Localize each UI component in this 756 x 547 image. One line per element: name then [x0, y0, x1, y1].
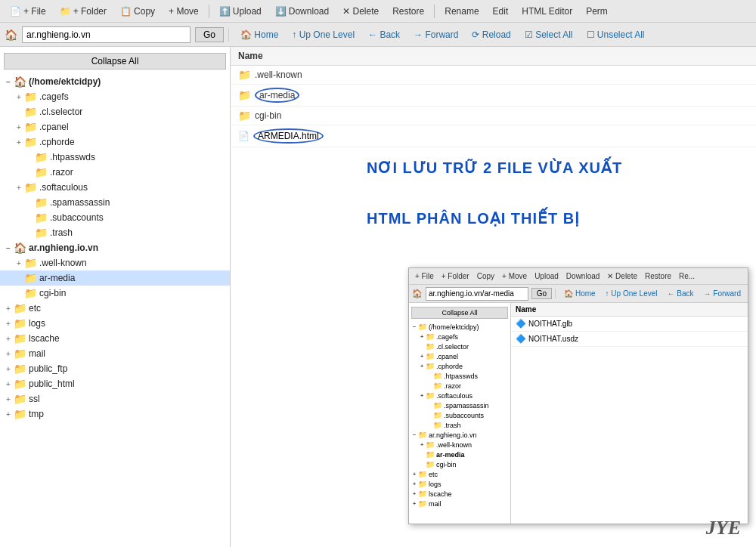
file-name: ar-media: [255, 88, 299, 103]
sidebar-tree-item[interactable]: +📁tmp: [0, 406, 230, 422]
edit-button[interactable]: Edit: [488, 5, 514, 18]
embed-file-cell: 🔷NOITHAT.usdz: [511, 332, 748, 347]
folder-icon: 📁: [24, 136, 37, 148]
tree-toggle[interactable]: +: [3, 380, 14, 388]
sidebar-tree-item[interactable]: 📁.razor: [0, 165, 230, 180]
tree-toggle[interactable]: −: [3, 244, 14, 252]
file-button[interactable]: 📄 + File: [5, 5, 51, 18]
folder-icon: 📁: [14, 363, 26, 375]
delete-button[interactable]: ✕ Delete: [337, 5, 384, 18]
move-button[interactable]: + Move: [163, 5, 204, 18]
sidebar-tree-item[interactable]: +📁public_ftp: [0, 361, 230, 376]
tree-toggle[interactable]: +: [14, 93, 24, 101]
file-row[interactable]: 📁.well-known: [231, 66, 756, 85]
folder-icon: 📁: [24, 287, 37, 299]
embed-folder-icon: 📁: [418, 480, 427, 488]
embed-addressbar: 🏠 Go 🏠 Home ↑ Up One Level ← Back → Forw…: [409, 285, 748, 303]
embed-tree-item: +📁lscache: [409, 489, 510, 499]
reload-button[interactable]: ⟳ Reload: [466, 28, 516, 42]
sidebar-tree-item[interactable]: +📁.well-known: [0, 255, 230, 270]
embed-tree-toggle: +: [418, 333, 426, 340]
main-area: Collapse All −🏠(/home/ektcidpy)+📁.cagefs…: [0, 47, 756, 547]
sidebar-tree-item[interactable]: +📁logs: [0, 316, 230, 331]
embed-tree-item: +📁etc: [409, 469, 510, 479]
tree-toggle[interactable]: +: [3, 335, 14, 343]
folder-icon: 📁: [14, 332, 26, 345]
embed-tree-toggle: +: [411, 490, 418, 497]
tree-toggle[interactable]: +: [14, 184, 24, 192]
sidebar-tree-item[interactable]: +📁.softaculous: [0, 180, 230, 195]
sidebar-tree-item[interactable]: +📁mail: [0, 346, 230, 361]
sidebar-tree-item[interactable]: −🏠ar.nghieng.io.vn: [0, 240, 230, 255]
home-nav-button[interactable]: 🏠 Home: [235, 28, 284, 42]
tree-item-label: .subaccounts: [50, 212, 104, 223]
tree-toggle[interactable]: +: [3, 304, 14, 313]
sidebar-tree-item[interactable]: 📁cgi-bin: [0, 286, 230, 301]
tree-toggle[interactable]: +: [14, 123, 24, 131]
folder-button[interactable]: 📁 + Folder: [54, 5, 112, 18]
address-input[interactable]: [22, 26, 191, 43]
embed-folder-icon: 📁: [426, 391, 435, 400]
tree-item-label: .trash: [50, 227, 73, 238]
annotation-1: NƠI LƯU TRỮ 2 FILE VỪA XUẤT: [367, 159, 622, 177]
sidebar-tree-item[interactable]: 📁.subaccounts: [0, 210, 230, 225]
sidebar-tree-item[interactable]: 📁.htpasswds: [0, 150, 230, 165]
sidebar-tree-item[interactable]: +📁.cphorde: [0, 134, 230, 150]
sidebar-tree-item[interactable]: 📁ar-media: [0, 270, 230, 286]
embed-tree-toggle: +: [418, 392, 426, 399]
sidebar-tree-item[interactable]: 📁.spamassassin: [0, 195, 230, 210]
embed-tree-toggle: +: [418, 363, 426, 369]
rename-button[interactable]: Rename: [439, 5, 484, 18]
sidebar-tree-item[interactable]: +📁public_html: [0, 376, 230, 391]
select-all-button[interactable]: ☑ Select All: [519, 28, 578, 42]
tree-item-label: etc: [29, 303, 41, 314]
restore-button[interactable]: Restore: [387, 5, 429, 18]
sidebar-tree-item[interactable]: 📁.cl.selector: [0, 104, 230, 119]
tree-toggle[interactable]: +: [14, 138, 24, 147]
embed-tree-label: cgi-bin: [436, 461, 457, 468]
tree-toggle[interactable]: +: [3, 365, 14, 373]
tree-toggle[interactable]: +: [14, 259, 24, 267]
tree-toggle[interactable]: +: [3, 395, 14, 403]
embed-tree-toggle: −: [411, 431, 418, 438]
main-toolbar: 📄 + File 📁 + Folder 📋 Copy + Move ⬆️ Upl…: [0, 0, 756, 23]
file-row[interactable]: 📁cgi-bin: [231, 107, 756, 125]
tree-toggle[interactable]: +: [3, 320, 14, 328]
upload-button[interactable]: ⬆️ Upload: [214, 5, 267, 18]
download-button[interactable]: ⬇️ Download: [270, 5, 334, 18]
unselect-all-button[interactable]: ☐ Unselect All: [581, 28, 650, 42]
go-button[interactable]: Go: [195, 27, 224, 42]
tree-toggle[interactable]: +: [3, 410, 14, 419]
sidebar-tree-item[interactable]: +📁lscache: [0, 331, 230, 346]
sidebar-tree-item[interactable]: −🏠(/home/ektcidpy): [0, 74, 230, 89]
embed-folder-btn: + Folder: [438, 271, 472, 281]
embed-tree-label: ar-media: [436, 451, 465, 459]
file-row[interactable]: 📄ARMEDIA.html: [231, 125, 756, 147]
back-button[interactable]: ← Back: [363, 28, 405, 42]
tree-toggle[interactable]: +: [3, 350, 14, 358]
embed-tree-label: etc: [429, 471, 438, 478]
embed-upload-btn: Upload: [531, 271, 562, 281]
embed-filepanel: Name 🔷NOITHAT.glb🔷NOITHAT.usdz: [511, 303, 748, 524]
embed-restore-btn: Restore: [642, 271, 674, 281]
up-one-level-button[interactable]: ↑ Up One Level: [287, 28, 360, 42]
tree-item-label: .cagefs: [39, 91, 69, 102]
perm-button[interactable]: Perm: [581, 5, 613, 18]
html-editor-button[interactable]: HTML Editor: [516, 5, 578, 18]
copy-button[interactable]: 📋 Copy: [115, 5, 160, 18]
collapse-all-button[interactable]: Collapse All: [4, 53, 226, 70]
sidebar-tree-item[interactable]: +📁etc: [0, 301, 230, 316]
embed-tree-item: 📁.trash: [409, 420, 510, 430]
embed-file-btn: + File: [412, 271, 437, 281]
upload-icon: ⬆️: [219, 6, 231, 17]
embed-tree-label: .softaculous: [436, 392, 472, 400]
embed-tree-label: .cagefs: [436, 333, 458, 341]
tree-toggle[interactable]: −: [3, 78, 14, 86]
sidebar-tree-item[interactable]: +📁ssl: [0, 391, 230, 406]
sidebar-tree-item[interactable]: +📁.cpanel: [0, 119, 230, 134]
file-row[interactable]: 📁ar-media: [231, 85, 756, 107]
embed-folder-icon: 📁: [426, 352, 435, 360]
sidebar-tree-item[interactable]: +📁.cagefs: [0, 89, 230, 104]
forward-button[interactable]: → Forward: [408, 28, 463, 42]
sidebar-tree-item[interactable]: 📁.trash: [0, 225, 230, 240]
